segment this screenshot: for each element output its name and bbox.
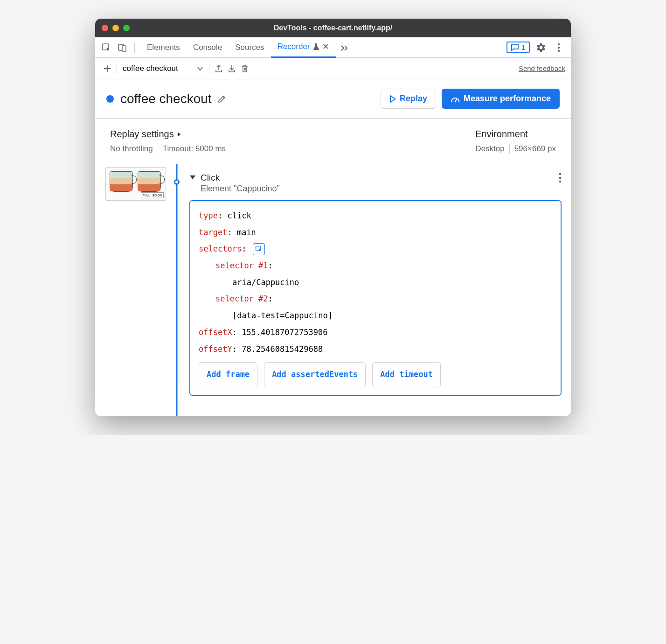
- window-titlebar: DevTools - coffee-cart.netlify.app/: [95, 19, 571, 37]
- measure-label: Measure performance: [464, 94, 551, 104]
- prop-key: selectors: [199, 241, 242, 258]
- more-tabs-icon[interactable]: [339, 41, 352, 54]
- steps-area: Total: $0.00 Click Element "Cappucino": [95, 164, 571, 416]
- environment-label: Environment: [475, 129, 527, 140]
- replay-settings-title[interactable]: Replay settings: [110, 129, 226, 140]
- selector-2-value[interactable]: [data-test=Cappucino]: [199, 308, 552, 324]
- selector-1-label[interactable]: selector #1:: [199, 258, 552, 274]
- environment-col: Environment Desktop 596×669 px: [475, 129, 556, 154]
- flask-icon: [313, 43, 319, 50]
- selector-2-label[interactable]: selector #2:: [199, 291, 552, 308]
- window-title: DevTools - coffee-cart.netlify.app/: [95, 24, 571, 32]
- settings-row: Replay settings No throttling Timeout: 5…: [95, 119, 571, 164]
- svg-rect-2: [122, 46, 126, 51]
- selector-1-value[interactable]: aria/Cappucino: [199, 274, 552, 291]
- chat-icon: [511, 44, 519, 51]
- thumbnail-column: Total: $0.00: [95, 164, 170, 416]
- devtools-window: DevTools - coffee-cart.netlify.app/ Elem…: [95, 19, 571, 416]
- timeout-value: Timeout: 5000 ms: [163, 144, 226, 154]
- recording-title: coffee checkout: [120, 91, 212, 106]
- svg-point-3: [558, 43, 560, 45]
- minimize-window-button[interactable]: [112, 25, 119, 31]
- separator: [158, 144, 158, 154]
- recording-select[interactable]: coffee checkout: [120, 62, 206, 75]
- add-asserted-events-button[interactable]: Add assertedEvents: [264, 362, 366, 387]
- prop-offset-y[interactable]: offsetY: 78.25460815429688: [199, 341, 552, 358]
- pick-selector-icon[interactable]: [253, 243, 265, 255]
- tab-recorder[interactable]: Recorder ✕: [271, 37, 336, 58]
- edit-title-icon[interactable]: [217, 94, 227, 104]
- tab-sources[interactable]: Sources: [229, 37, 271, 58]
- recording-header: coffee checkout Replay Measure performan…: [95, 79, 571, 119]
- svg-point-9: [559, 181, 562, 183]
- prop-key: selector #1: [215, 258, 268, 274]
- separator: [509, 144, 510, 154]
- price-label: Total: $0.00: [141, 192, 164, 198]
- delete-icon[interactable]: [238, 62, 251, 75]
- svg-point-8: [559, 177, 562, 179]
- kebab-menu-icon[interactable]: [552, 41, 565, 54]
- send-feedback-link[interactable]: Send feedback: [519, 64, 565, 72]
- inspect-controls: [98, 41, 138, 54]
- prop-type[interactable]: type: click: [199, 208, 552, 224]
- tab-console[interactable]: Console: [187, 37, 229, 58]
- tab-label: Recorder: [278, 42, 310, 51]
- issues-badge[interactable]: 1: [506, 42, 530, 53]
- collapse-toggle-icon[interactable]: [189, 175, 196, 180]
- step-menu-icon[interactable]: [559, 173, 562, 183]
- cup-illustration: [110, 171, 133, 192]
- replay-settings-label: Replay settings: [110, 129, 174, 140]
- prop-value: 155.40187072753906: [242, 324, 327, 341]
- step-detail: Click Element "Cappucino" type: click ta…: [184, 164, 571, 416]
- separator: [117, 63, 117, 74]
- panel-tabs: Elements Console Sources Recorder ✕: [140, 37, 352, 58]
- prop-offset-x[interactable]: offsetX: 155.40187072753906: [199, 324, 552, 341]
- add-recording-icon[interactable]: [101, 62, 114, 75]
- maximize-window-button[interactable]: [123, 25, 130, 31]
- close-window-button[interactable]: [102, 25, 108, 31]
- environment-values: Desktop 596×669 px: [475, 144, 556, 154]
- import-icon[interactable]: [225, 62, 238, 75]
- svg-point-5: [558, 49, 560, 51]
- tab-label: Sources: [235, 43, 264, 52]
- add-frame-button[interactable]: Add frame: [199, 362, 257, 387]
- svg-point-4: [558, 46, 560, 48]
- step-thumbnail[interactable]: Total: $0.00: [105, 167, 166, 201]
- replay-settings-col: Replay settings No throttling Timeout: 5…: [110, 129, 226, 154]
- add-timeout-button[interactable]: Add timeout: [372, 362, 441, 387]
- inspect-element-icon[interactable]: [100, 41, 113, 54]
- step-header: Click Element "Cappucino": [189, 173, 562, 194]
- prop-value: main: [237, 224, 256, 241]
- header-buttons: Replay Measure performance: [381, 89, 560, 109]
- tabs-right-controls: 1: [506, 41, 568, 54]
- export-icon[interactable]: [212, 62, 225, 75]
- recording-status-dot: [106, 95, 114, 103]
- prop-key: type: [199, 208, 218, 224]
- replay-settings-values: No throttling Timeout: 5000 ms: [110, 144, 226, 154]
- chevron-right-icon: [177, 131, 181, 138]
- prop-selectors[interactable]: selectors:: [199, 241, 552, 258]
- dimensions-value: 596×669 px: [514, 144, 556, 154]
- tab-label: Elements: [147, 43, 180, 52]
- step-title: Click: [201, 173, 280, 183]
- separator: [134, 42, 135, 53]
- prop-key: offsetY: [199, 341, 232, 358]
- throttling-value: No throttling: [110, 144, 153, 154]
- tab-elements[interactable]: Elements: [140, 37, 187, 58]
- device-value: Desktop: [475, 144, 504, 154]
- separator: [209, 63, 209, 74]
- device-toggle-icon[interactable]: [116, 41, 129, 54]
- svg-point-6: [454, 101, 456, 102]
- settings-gear-icon[interactable]: [534, 41, 548, 54]
- measure-performance-button[interactable]: Measure performance: [442, 89, 560, 109]
- recorder-toolbar: coffee checkout Send feedback: [95, 58, 571, 79]
- prop-key: target: [199, 224, 227, 241]
- cup-illustration: [138, 171, 161, 192]
- step-subtitle: Element "Cappucino": [201, 184, 280, 194]
- devtools-tabs-row: Elements Console Sources Recorder ✕ 1: [95, 37, 571, 58]
- prop-target[interactable]: target: main: [199, 224, 552, 241]
- prop-value: click: [227, 208, 251, 224]
- close-tab-icon[interactable]: ✕: [322, 42, 329, 52]
- replay-button[interactable]: Replay: [381, 89, 436, 109]
- prop-value: [data-test=Cappucino]: [232, 308, 333, 324]
